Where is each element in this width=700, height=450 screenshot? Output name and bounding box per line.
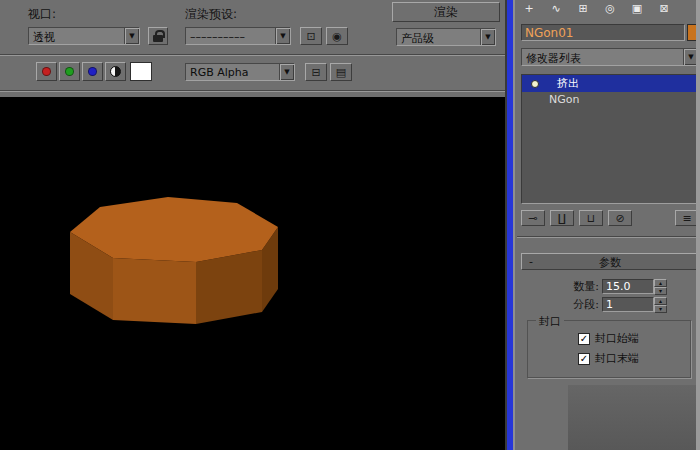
environment-icon: ◉ bbox=[332, 30, 342, 43]
panel-scrollbar[interactable] bbox=[696, 0, 700, 450]
chevron-down-icon[interactable]: ▼ bbox=[124, 28, 139, 44]
toolbar-separator bbox=[0, 90, 505, 92]
chevron-down-icon[interactable]: ▼ bbox=[480, 29, 495, 45]
cap-group: 封口 ✓ 封口始端 ✓ 封口末端 bbox=[527, 320, 691, 378]
make-unique-icon: ⊔ bbox=[587, 212, 596, 225]
spinner-up-icon[interactable]: ▴ bbox=[654, 297, 667, 305]
pin-stack-button[interactable]: ⊸ bbox=[521, 210, 545, 226]
environment-button[interactable]: ◉ bbox=[326, 27, 348, 45]
motion-tab-icon: ◎ bbox=[605, 2, 615, 15]
channel-display-dropdown[interactable]: RGB Alpha ▼ bbox=[185, 63, 295, 81]
channel-display-value: RGB Alpha bbox=[186, 64, 279, 80]
modifier-stack: 挤出 NGon bbox=[521, 74, 699, 204]
toggle-ui-button[interactable]: ▤ bbox=[330, 63, 352, 81]
segments-label: 分段: bbox=[573, 297, 599, 312]
green-channel-icon bbox=[65, 67, 74, 76]
render-frame-window: 视口: 渲染预设: 透视 ▼ –––––––––– ▼ ⊡ ◉ 渲染 产品级 bbox=[0, 0, 505, 450]
lock-icon bbox=[153, 35, 163, 42]
render-setup-button[interactable]: ⊡ bbox=[300, 27, 322, 45]
amount-row: 数量: ▴ ▾ bbox=[521, 278, 699, 294]
modifier-stack-item-label: NGon bbox=[549, 93, 579, 106]
command-panel: + ∿ ⊞ ◎ ▣ ⊠ 修改器列表 ▼ 挤出 NGon ⊸ bbox=[515, 0, 700, 450]
display-tab[interactable]: ▣ bbox=[625, 1, 649, 16]
green-channel-button[interactable] bbox=[59, 62, 80, 81]
check-icon: ✓ bbox=[580, 353, 588, 364]
check-icon: ✓ bbox=[580, 333, 588, 344]
render-presets-label: 渲染预设: bbox=[185, 6, 237, 23]
ngon-face-right bbox=[196, 250, 262, 324]
configure-modifier-sets-icon: ≡ bbox=[682, 212, 691, 225]
modifier-stack-item-extrude[interactable]: 挤出 bbox=[522, 75, 698, 92]
modifier-stack-toolbar: ⊸ ∐ ⊔ ⊘ ≡ bbox=[521, 210, 699, 226]
utilities-tab-icon: ⊠ bbox=[659, 2, 668, 15]
cap-start-label: 封口始端 bbox=[595, 331, 639, 346]
render-viewport[interactable] bbox=[0, 97, 505, 450]
rollout-collapse-icon[interactable]: - bbox=[529, 255, 533, 268]
hierarchy-tab-icon: ⊞ bbox=[578, 2, 587, 15]
object-name-field[interactable] bbox=[521, 24, 685, 41]
clone-window-icon: ⊟ bbox=[311, 66, 320, 79]
viewport-lock-button[interactable] bbox=[148, 27, 168, 45]
render-setup-icon: ⊡ bbox=[306, 30, 315, 43]
viewport-dropdown-value: 透视 bbox=[29, 28, 124, 44]
segments-field[interactable] bbox=[602, 297, 654, 312]
chevron-down-icon[interactable]: ▼ bbox=[279, 64, 294, 80]
render-button-label: 渲染 bbox=[434, 4, 458, 21]
parameters-rollout-title: 参数 bbox=[522, 254, 698, 270]
clone-window-button[interactable]: ⊟ bbox=[305, 63, 327, 81]
create-tab[interactable]: + bbox=[517, 1, 541, 16]
show-end-result-icon: ∐ bbox=[558, 212, 566, 225]
segments-row: 分段: ▴ ▾ bbox=[521, 296, 699, 312]
cap-start-row: ✓ 封口始端 bbox=[578, 331, 639, 346]
background-color-swatch[interactable] bbox=[130, 62, 152, 81]
cap-start-checkbox[interactable]: ✓ bbox=[578, 333, 590, 345]
spinner-down-icon[interactable]: ▾ bbox=[654, 305, 667, 313]
panel-lower-region bbox=[568, 385, 699, 450]
modifier-list-label: 修改器列表 bbox=[522, 49, 683, 65]
spinner-up-icon[interactable]: ▴ bbox=[654, 279, 667, 287]
cap-end-checkbox[interactable]: ✓ bbox=[578, 353, 590, 365]
create-tab-icon: + bbox=[524, 2, 533, 15]
amount-spinner[interactable]: ▴ ▾ bbox=[654, 279, 667, 294]
amount-field[interactable] bbox=[602, 279, 654, 294]
render-button[interactable]: 渲染 bbox=[392, 2, 500, 22]
modify-tab[interactable]: ∿ bbox=[544, 1, 568, 16]
segments-spinner[interactable]: ▴ ▾ bbox=[654, 297, 667, 312]
modifier-enabled-bulb-icon[interactable] bbox=[531, 80, 539, 88]
display-tab-icon: ▣ bbox=[632, 2, 642, 15]
remove-modifier-button[interactable]: ⊘ bbox=[608, 210, 632, 226]
viewport-label: 视口: bbox=[28, 6, 56, 23]
red-channel-icon bbox=[42, 67, 51, 76]
show-end-result-button[interactable]: ∐ bbox=[550, 210, 574, 226]
utilities-tab[interactable]: ⊠ bbox=[652, 1, 676, 16]
render-presets-dropdown[interactable]: –––––––––– ▼ bbox=[185, 27, 291, 45]
toggle-ui-icon: ▤ bbox=[336, 66, 346, 79]
viewport-dropdown[interactable]: 透视 ▼ bbox=[28, 27, 140, 45]
screenshot-root: 视口: 渲染预设: 透视 ▼ –––––––––– ▼ ⊡ ◉ 渲染 产品级 bbox=[0, 0, 700, 450]
amount-label: 数量: bbox=[573, 279, 599, 294]
render-mode-dropdown[interactable]: 产品级 ▼ bbox=[396, 28, 496, 46]
spinner-down-icon[interactable]: ▾ bbox=[654, 287, 667, 295]
modifier-list-dropdown[interactable]: 修改器列表 ▼ bbox=[521, 48, 699, 66]
hierarchy-tab[interactable]: ⊞ bbox=[571, 1, 595, 16]
panel-splitter[interactable] bbox=[505, 0, 515, 450]
chevron-down-icon[interactable]: ▼ bbox=[275, 28, 290, 44]
cap-end-label: 封口末端 bbox=[595, 351, 639, 366]
ngon-face-front bbox=[113, 258, 196, 324]
parameters-rollout-header[interactable]: - 参数 bbox=[521, 253, 699, 270]
modify-tab-icon: ∿ bbox=[551, 2, 560, 15]
modifier-stack-item-ngon[interactable]: NGon bbox=[522, 92, 698, 108]
cap-end-row: ✓ 封口末端 bbox=[578, 351, 639, 366]
cap-group-label: 封口 bbox=[536, 314, 564, 329]
viewport-canvas bbox=[0, 97, 505, 450]
monochrome-button[interactable] bbox=[105, 62, 126, 81]
pin-stack-icon: ⊸ bbox=[528, 212, 537, 225]
render-presets-value: –––––––––– bbox=[186, 28, 275, 44]
make-unique-button[interactable]: ⊔ bbox=[579, 210, 603, 226]
motion-tab[interactable]: ◎ bbox=[598, 1, 622, 16]
remove-modifier-icon: ⊘ bbox=[615, 212, 624, 225]
blue-channel-icon bbox=[88, 67, 97, 76]
red-channel-button[interactable] bbox=[36, 62, 57, 81]
panel-separator bbox=[517, 236, 697, 238]
blue-channel-button[interactable] bbox=[82, 62, 103, 81]
